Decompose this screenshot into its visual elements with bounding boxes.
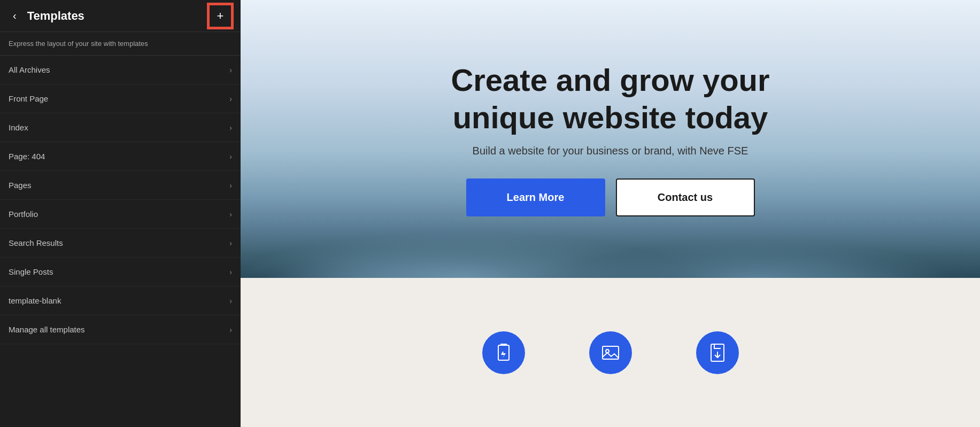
chevron-icon-search-results: › [229, 239, 232, 247]
chevron-icon-front-page: › [229, 95, 232, 103]
learn-more-button[interactable]: Learn More [466, 178, 605, 216]
sidebar-item-manage-all-templates[interactable]: Manage all templates› [0, 315, 241, 344]
svg-rect-1 [603, 346, 619, 359]
sidebar-item-single-posts[interactable]: Single Posts› [0, 258, 241, 286]
sidebar-nav: All Archives›Front Page›Index›Page: 404›… [0, 56, 241, 427]
sidebar-item-search-results[interactable]: Search Results› [0, 229, 241, 258]
back-button[interactable]: ‹ [9, 7, 21, 24]
sidebar-header-left: ‹ Templates [9, 7, 84, 24]
sidebar-header: ‹ Templates + [0, 0, 241, 32]
chevron-icon-pages: › [229, 181, 232, 190]
bottom-section [241, 278, 980, 427]
sidebar-item-all-archives[interactable]: All Archives› [0, 56, 241, 84]
sidebar-item-label-search-results: Search Results [9, 238, 63, 247]
svg-rect-0 [498, 345, 509, 360]
chevron-icon-portfolio: › [229, 210, 232, 219]
sidebar-item-front-page[interactable]: Front Page› [0, 84, 241, 113]
sidebar-item-label-manage-all-templates: Manage all templates [9, 325, 85, 334]
plus-icon: + [217, 9, 224, 23]
document-download-icon [707, 342, 728, 363]
chevron-icon-single-posts: › [229, 268, 232, 276]
hero-text: Create and grow your unique website toda… [397, 61, 824, 157]
hero-buttons: Learn More Contact us [466, 178, 755, 216]
chevron-icon-template-blank: › [229, 297, 232, 305]
sidebar: ‹ Templates + Express the layout of your… [0, 0, 241, 427]
chevron-icon-page-404: › [229, 152, 232, 161]
add-template-button[interactable]: + [209, 4, 232, 28]
sidebar-item-label-pages: Pages [9, 181, 32, 190]
chevron-icon-index: › [229, 123, 232, 132]
sidebar-item-template-blank[interactable]: template-blank› [0, 286, 241, 315]
hero-heading: Create and grow your unique website toda… [397, 61, 824, 136]
sidebar-subtitle: Express the layout of your site with tem… [0, 32, 241, 56]
sidebar-item-label-portfolio: Portfolio [9, 209, 38, 219]
feature-icon-3 [696, 331, 739, 374]
hero-section: Create and grow your unique website toda… [241, 0, 980, 278]
sidebar-item-pages[interactable]: Pages› [0, 171, 241, 200]
sidebar-item-page-404[interactable]: Page: 404› [0, 142, 241, 171]
sidebar-item-label-page-404: Page: 404 [9, 152, 45, 161]
contact-us-button[interactable]: Contact us [616, 178, 755, 216]
sidebar-item-label-single-posts: Single Posts [9, 267, 53, 276]
chevron-icon-manage-all-templates: › [229, 325, 232, 334]
sidebar-item-label-all-archives: All Archives [9, 65, 50, 74]
sidebar-item-label-template-blank: template-blank [9, 296, 61, 305]
feature-icon-1 [482, 331, 525, 374]
sidebar-item-label-index: Index [9, 123, 28, 132]
sidebar-item-portfolio[interactable]: Portfolio› [0, 200, 241, 229]
sidebar-item-label-front-page: Front Page [9, 94, 48, 103]
clipboard-lightning-icon [493, 342, 514, 363]
main-content: Create and grow your unique website toda… [241, 0, 980, 427]
chevron-icon-all-archives: › [229, 66, 232, 74]
back-icon: ‹ [13, 10, 17, 21]
sidebar-item-index[interactable]: Index› [0, 113, 241, 142]
feature-icon-2 [589, 331, 632, 374]
sidebar-title: Templates [27, 9, 84, 23]
image-frame-icon [600, 342, 621, 363]
hero-subheading: Build a website for your business or bra… [397, 145, 824, 157]
